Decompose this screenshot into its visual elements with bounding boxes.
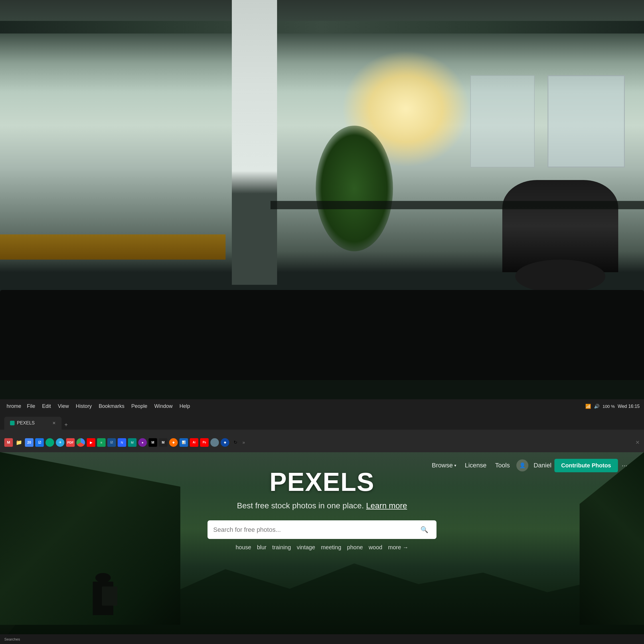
search-tag-training[interactable]: training xyxy=(272,544,291,551)
battery-icon: 100 % xyxy=(602,404,615,409)
nav-browse[interactable]: Browse ▾ xyxy=(428,459,461,471)
search-tag-phone[interactable]: phone xyxy=(347,544,363,551)
search-tag-more[interactable]: more → xyxy=(388,544,408,551)
nav-avatar[interactable]: 👤 xyxy=(516,459,528,471)
todo-icon[interactable]: ☑ xyxy=(35,438,44,447)
menu-item-edit[interactable]: Edit xyxy=(39,402,54,410)
menu-item-history[interactable]: History xyxy=(72,402,95,410)
hero-tagline: Best free stock photos in one place. Lea… xyxy=(237,501,407,510)
status-text: Searches xyxy=(4,637,20,641)
search-submit-button[interactable]: 🔍 xyxy=(418,523,431,536)
calendar-icon[interactable]: 20 xyxy=(25,438,33,447)
tab-close-icon[interactable]: ✕ xyxy=(52,421,56,425)
tab-title: PEXELS xyxy=(17,420,35,426)
search-tag-vintage[interactable]: vintage xyxy=(297,544,315,551)
youtube-icon[interactable]: ▶ xyxy=(87,438,95,447)
search-tag-house[interactable]: house xyxy=(236,544,251,551)
extensions-overflow[interactable]: » xyxy=(242,440,245,445)
close-x[interactable]: ✕ xyxy=(635,439,640,446)
nav-user-name[interactable]: Daniel xyxy=(531,459,554,471)
menu-right: 📶 🔊 100 % Wed 16:15 xyxy=(585,404,640,409)
search-tag-blur[interactable]: blur xyxy=(257,544,266,551)
menu-item-view[interactable]: View xyxy=(54,402,72,410)
search-icon: 🔍 xyxy=(420,526,428,534)
ext-purple[interactable]: ● xyxy=(138,438,147,447)
column xyxy=(232,0,277,285)
bookmark-bar: M 📁 20 ☑ ✈ PDF ▶ ≡ ☑ N M ● M M ◆ 📊 Ai Ps… xyxy=(0,433,644,452)
chrome-icon[interactable] xyxy=(76,438,85,447)
telegram-icon[interactable]: ✈ xyxy=(56,438,64,447)
gmail-icon[interactable]: M xyxy=(4,438,13,447)
ext-grey[interactable] xyxy=(210,438,219,447)
ext-red-adobe[interactable]: Ai xyxy=(190,438,198,447)
new-tab-icon[interactable]: + xyxy=(64,422,68,428)
menu-bar: hrome File Edit View History Bookmarks P… xyxy=(0,399,644,414)
person-head xyxy=(95,573,111,583)
pdf-icon[interactable]: PDF xyxy=(66,438,75,447)
menu-item-file[interactable]: File xyxy=(23,402,39,410)
search-input[interactable] xyxy=(213,526,415,534)
menu-item-bookmarks[interactable]: Bookmarks xyxy=(95,402,128,410)
browser-tab-pexels[interactable]: PEXELS ✕ xyxy=(4,417,62,430)
chair xyxy=(502,180,618,272)
browse-chevron: ▾ xyxy=(454,463,456,468)
nav-license[interactable]: License xyxy=(461,459,491,471)
status-bar: Searches xyxy=(0,634,644,644)
ext-medium2[interactable]: M xyxy=(159,438,167,447)
tab-bar: PEXELS ✕ + xyxy=(0,414,644,430)
ext-green[interactable] xyxy=(46,438,54,447)
person-silhouette xyxy=(77,567,129,615)
ext-medium[interactable]: M xyxy=(149,438,157,447)
plant xyxy=(316,126,393,251)
person-backpack xyxy=(102,586,117,606)
tab-favicon xyxy=(10,421,15,425)
ext-blue1[interactable]: ☑ xyxy=(107,438,116,447)
monitor-frame xyxy=(0,380,644,400)
ext-dark-blue[interactable]: ◆ xyxy=(221,438,229,447)
pexels-nav: Browse ▾ License Tools 👤 Daniel Contribu… xyxy=(0,452,644,479)
search-container: 🔍 house blur training vintage meeting ph… xyxy=(208,520,436,551)
ext-orange[interactable]: ◆ xyxy=(169,438,178,447)
sound-icon: 🔊 xyxy=(594,404,600,409)
nav-tools[interactable]: Tools xyxy=(491,459,514,471)
ext-chart[interactable]: 📊 xyxy=(179,438,188,447)
nav-more-button[interactable]: ··· xyxy=(619,459,630,472)
hero-content: PEXELS Best free stock photos in one pla… xyxy=(0,467,644,551)
ext-blue2[interactable]: N xyxy=(118,438,126,447)
clock: Wed 16:15 xyxy=(618,404,640,409)
drive-icon[interactable]: 📁 xyxy=(15,438,23,447)
wifi-icon: 📶 xyxy=(585,404,591,409)
sheets-icon[interactable]: ≡ xyxy=(97,438,106,447)
system-icons: 📶 🔊 100 % Wed 16:15 xyxy=(585,404,640,409)
ext-spinner[interactable]: ↻ xyxy=(231,438,240,447)
contribute-photos-button[interactable]: Contribute Photos xyxy=(554,459,618,472)
search-tag-meeting[interactable]: meeting xyxy=(321,544,341,551)
search-bar: 🔍 xyxy=(208,520,436,539)
website-content: Browse ▾ License Tools 👤 Daniel Contribu… xyxy=(0,452,644,644)
search-tag-wood[interactable]: wood xyxy=(369,544,382,551)
menu-item-help[interactable]: Help xyxy=(176,402,193,410)
desk xyxy=(0,234,226,260)
menu-item-chrome: hrome xyxy=(4,402,23,410)
learn-more-link[interactable]: Learn more xyxy=(366,501,407,510)
search-tags: house blur training vintage meeting phon… xyxy=(208,544,436,551)
ext-teal[interactable]: M xyxy=(128,438,137,447)
menu-item-window[interactable]: Window xyxy=(151,402,176,410)
menu-item-people[interactable]: People xyxy=(128,402,151,410)
ext-adobe2[interactable]: Ps xyxy=(200,438,209,447)
